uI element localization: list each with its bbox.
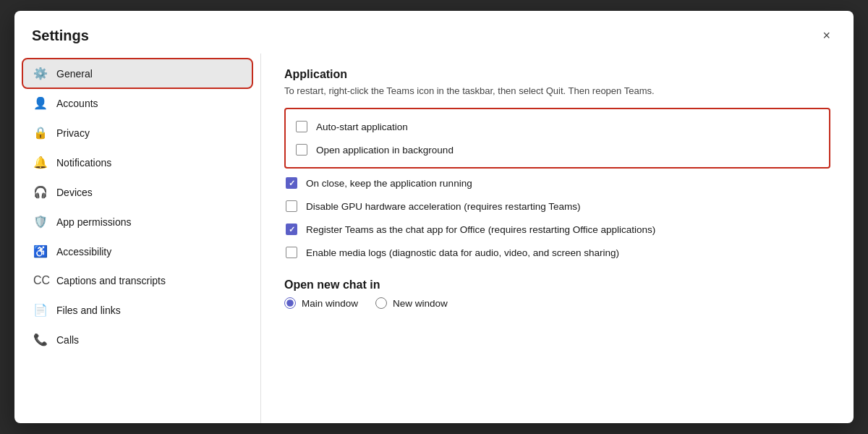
dialog-body: ⚙️General👤Accounts🔒Privacy🔔Notifications… [14, 54, 854, 423]
application-description: To restart, right-click the Teams icon i… [284, 85, 830, 96]
checkbox-label-register-teams: Register Teams as the chat app for Offic… [306, 224, 655, 235]
sidebar-label-privacy: Privacy [56, 127, 90, 139]
checkbox-label-open-background: Open application in background [316, 145, 454, 156]
sidebar-item-app-permissions[interactable]: 🛡️App permissions [23, 208, 252, 236]
sidebar-item-captions[interactable]: CCCaptions and transcripts [23, 267, 252, 294]
radio-main-window[interactable] [284, 297, 296, 309]
checkbox-row-media-logs: Enable media logs (diagnostic data for a… [284, 241, 830, 264]
checkboxes-container: Auto-start applicationOpen application i… [284, 108, 830, 264]
sidebar-item-files[interactable]: 📄Files and links [23, 296, 252, 324]
sidebar-item-devices[interactable]: 🎧Devices [23, 178, 252, 206]
settings-dialog: Settings × ⚙️General👤Accounts🔒Privacy🔔No… [14, 11, 854, 423]
radio-group: Main windowNew window [284, 297, 830, 309]
sidebar-item-notifications[interactable]: 🔔Notifications [23, 148, 252, 176]
dialog-header: Settings × [14, 11, 854, 54]
open-new-chat-title: Open new chat in [284, 278, 830, 292]
checkbox-disable-gpu[interactable] [286, 200, 297, 212]
sidebar-label-calls: Calls [56, 334, 79, 346]
sidebar-item-general[interactable]: ⚙️General [23, 59, 252, 88]
sidebar-item-accounts[interactable]: 👤Accounts [23, 89, 252, 117]
checkbox-label-auto-start: Auto-start application [316, 122, 408, 132]
sidebar-label-notifications: Notifications [56, 157, 111, 169]
accessibility-icon: ♿ [33, 244, 48, 258]
general-icon: ⚙️ [33, 67, 48, 80]
calls-icon: 📞 [33, 333, 48, 346]
accounts-icon: 👤 [33, 96, 48, 110]
checkbox-open-background[interactable] [296, 144, 307, 156]
sidebar-label-accessibility: Accessibility [56, 246, 111, 258]
checkbox-label-disable-gpu: Disable GPU hardware acceleration (requi… [306, 201, 580, 212]
checkbox-row-open-background: Open application in background [294, 138, 820, 161]
dialog-title: Settings [32, 27, 89, 44]
sidebar-item-calls[interactable]: 📞Calls [23, 326, 252, 354]
radio-label-main-window: Main window [302, 298, 358, 309]
checkbox-keep-running[interactable] [286, 177, 297, 189]
main-content: Application To restart, right-click the … [260, 54, 854, 423]
checkbox-row-auto-start: Auto-start application [294, 115, 820, 138]
checkbox-auto-start[interactable] [296, 121, 307, 132]
application-section: Application To restart, right-click the … [284, 68, 830, 264]
radio-row-new-window: New window [375, 297, 448, 309]
checkbox-label-media-logs: Enable media logs (diagnostic data for a… [306, 247, 619, 258]
close-button[interactable]: × [817, 25, 836, 46]
captions-icon: CC [33, 274, 48, 287]
sidebar-label-devices: Devices [56, 187, 93, 198]
radio-label-new-window: New window [393, 298, 448, 309]
privacy-icon: 🔒 [33, 126, 48, 140]
sidebar-label-captions: Captions and transcripts [56, 275, 166, 286]
sidebar-item-accessibility[interactable]: ♿Accessibility [23, 237, 252, 265]
sidebar: ⚙️General👤Accounts🔒Privacy🔔Notifications… [14, 54, 260, 423]
outlined-checkbox-group: Auto-start applicationOpen application i… [284, 108, 830, 169]
notifications-icon: 🔔 [33, 156, 48, 169]
sidebar-label-general: General [56, 68, 93, 80]
radio-row-main-window: Main window [284, 297, 358, 309]
open-new-chat-section: Open new chat in Main windowNew window [284, 278, 830, 309]
checkbox-row-disable-gpu: Disable GPU hardware acceleration (requi… [284, 195, 830, 218]
radio-new-window[interactable] [375, 297, 387, 309]
sidebar-label-files: Files and links [56, 305, 121, 316]
sidebar-label-accounts: Accounts [56, 98, 98, 109]
sidebar-item-privacy[interactable]: 🔒Privacy [23, 119, 252, 147]
application-title: Application [284, 68, 830, 81]
checkbox-register-teams[interactable] [286, 224, 297, 235]
files-icon: 📄 [33, 303, 48, 317]
sidebar-label-app-permissions: App permissions [56, 216, 132, 228]
devices-icon: 🎧 [33, 185, 48, 199]
checkbox-row-register-teams: Register Teams as the chat app for Offic… [284, 218, 830, 241]
checkbox-row-keep-running: On close, keep the application running [284, 171, 830, 195]
checkbox-media-logs[interactable] [286, 247, 297, 258]
app-permissions-icon: 🛡️ [33, 215, 48, 229]
checkbox-label-keep-running: On close, keep the application running [306, 178, 472, 189]
